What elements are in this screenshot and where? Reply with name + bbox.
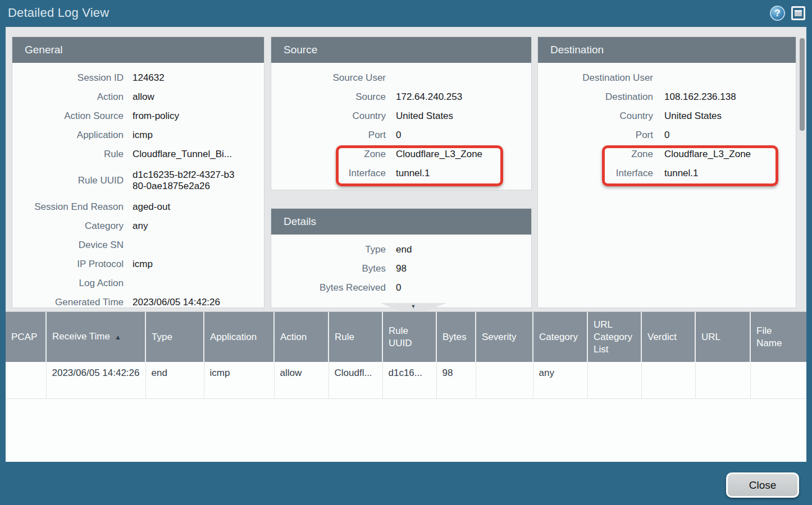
field-row-country: Country United States [271, 107, 531, 126]
details-panel-header: Details [271, 209, 531, 235]
general-panel-header: General [12, 37, 264, 63]
page-title: Detailed Log View [8, 0, 109, 27]
field-label: Log Action [12, 278, 124, 289]
field-value: 124632 [133, 72, 165, 84]
cell-severity [476, 362, 533, 398]
field-row-action-source: Action Source from-policy [12, 107, 264, 126]
field-label: Port [271, 130, 386, 141]
field-value: Cloudflare_L3_Zone [664, 149, 751, 160]
field-value: Cloudflare_Tunnel_Bi... [133, 149, 232, 160]
field-row-rule: Rule Cloudflare_Tunnel_Bi... [12, 145, 264, 164]
help-icon[interactable]: ? [770, 6, 785, 21]
vertical-scrollbar[interactable] [800, 38, 805, 131]
field-label: Rule UUID [12, 175, 124, 186]
field-row-zone: Zone Cloudflare_L3_Zone [271, 145, 531, 164]
cell-type: end [145, 362, 204, 398]
field-row-destination: Destination 108.162.236.138 [538, 88, 796, 107]
field-value: tunnel.1 [664, 168, 699, 179]
cell-verdict [641, 362, 695, 398]
log-table-row[interactable]: 2023/06/05 14:42:26 end icmp allow Cloud… [6, 362, 806, 398]
dialog-content: General Session ID 124632 Action allow A… [6, 27, 806, 462]
field-row-session-id: Session ID 124632 [12, 68, 264, 88]
field-row-session-end-reason: Session End Reason aged-out [12, 198, 264, 217]
field-value: end [396, 244, 412, 255]
col-header-severity[interactable]: Severity [476, 312, 533, 362]
col-header-type[interactable]: Type [145, 312, 204, 362]
cell-url [695, 362, 750, 398]
field-value: 0 [664, 130, 669, 141]
destination-panel-header: Destination [538, 37, 796, 63]
destination-panel-body: Destination User Destination 108.162.236… [538, 63, 796, 183]
title-bar: Detailed Log View ? [0, 0, 812, 27]
field-value: 98 [396, 263, 407, 274]
dialog-footer: Close [0, 462, 812, 505]
field-label: Bytes Received [271, 282, 386, 293]
field-label: Zone [538, 149, 653, 160]
field-label: Destination [538, 91, 653, 103]
general-panel: General Session ID 124632 Action allow A… [12, 37, 264, 307]
details-panel: Details Type end Bytes 98 Bytes Received… [271, 209, 531, 307]
chevron-down-icon: ▼ [380, 303, 446, 310]
field-label: Interface [271, 168, 386, 179]
field-value: allow [133, 91, 154, 103]
col-header-verdict[interactable]: Verdict [641, 312, 695, 362]
field-row-port: Port 0 [271, 126, 531, 145]
field-value: United States [396, 111, 453, 122]
field-row-bytes-received: Bytes Received 0 [271, 278, 531, 297]
log-table-section: PCAP Receive Time▲ Type Application Acti… [6, 311, 806, 462]
field-value: aged-out [133, 201, 170, 213]
field-row-interface: Interface tunnel.1 [271, 164, 531, 183]
window-restore-icon[interactable] [791, 6, 805, 20]
field-row-application: Application icmp [12, 126, 264, 145]
field-value: 108.162.236.138 [664, 91, 736, 103]
field-row-bytes: Bytes 98 [271, 259, 531, 278]
field-row-rule-uuid: Rule UUID d1c16235-b2f2-4327-b380-0ae187… [12, 164, 264, 198]
field-label: Session End Reason [12, 201, 124, 213]
cell-rule-uuid: d1c16... [382, 362, 436, 398]
cell-action: allow [274, 362, 329, 398]
field-label: Zone [271, 149, 386, 160]
col-header-bytes[interactable]: Bytes [436, 312, 476, 362]
col-header-label: File Name [756, 325, 782, 350]
field-value: icmp [133, 259, 153, 270]
col-header-receive-time[interactable]: Receive Time▲ [46, 312, 145, 362]
field-value: tunnel.1 [396, 168, 430, 179]
field-label: Application [12, 130, 124, 141]
col-header-url[interactable]: URL [695, 312, 750, 362]
field-row-action: Action allow [12, 88, 264, 107]
field-row-interface: Interface tunnel.1 [538, 164, 796, 183]
field-label: Action [12, 91, 124, 103]
field-label: IP Protocol [12, 259, 124, 270]
col-header-file-name[interactable]: File Name [750, 312, 806, 362]
field-label: Destination User [538, 72, 653, 84]
col-header-rule[interactable]: Rule [329, 312, 382, 362]
log-table: PCAP Receive Time▲ Type Application Acti… [6, 312, 806, 399]
field-label: Generated Time [12, 297, 124, 307]
source-panel: Source Source User Source 172.64.240.253… [271, 37, 531, 190]
close-button[interactable]: Close [726, 472, 799, 498]
field-value: 2023/06/05 14:42:26 [133, 297, 220, 307]
field-row-port: Port 0 [538, 126, 796, 145]
col-header-category[interactable]: Category [533, 312, 587, 362]
col-header-application[interactable]: Application [204, 312, 274, 362]
field-row-source: Source 172.64.240.253 [271, 88, 531, 107]
title-bar-icons: ? [770, 6, 805, 21]
cell-url-category-list [587, 362, 641, 398]
field-label: Action Source [12, 111, 124, 122]
field-row-zone: Zone Cloudflare_L3_Zone [538, 145, 796, 164]
source-panel-header: Source [271, 37, 531, 63]
col-header-url-category-list[interactable]: URL Category List [587, 312, 641, 362]
field-row-generated-time: Generated Time 2023/06/05 14:42:26 [12, 293, 264, 307]
field-label: Rule [12, 149, 124, 160]
field-value: d1c16235-b2f2-4327-b380-0ae1875e2a26 [133, 169, 236, 192]
destination-panel: Destination Destination User Destination… [538, 37, 796, 307]
field-label: Category [12, 221, 124, 232]
col-header-pcap[interactable]: PCAP [6, 312, 46, 362]
general-panel-body: Session ID 124632 Action allow Action So… [12, 63, 264, 307]
window-restore-icon-inner [795, 10, 802, 16]
col-header-rule-uuid[interactable]: Rule UUID [382, 312, 436, 362]
field-row-country: Country United States [538, 107, 796, 126]
col-header-action[interactable]: Action [274, 312, 329, 362]
field-label: Source [271, 91, 386, 103]
field-value: United States [664, 111, 722, 122]
